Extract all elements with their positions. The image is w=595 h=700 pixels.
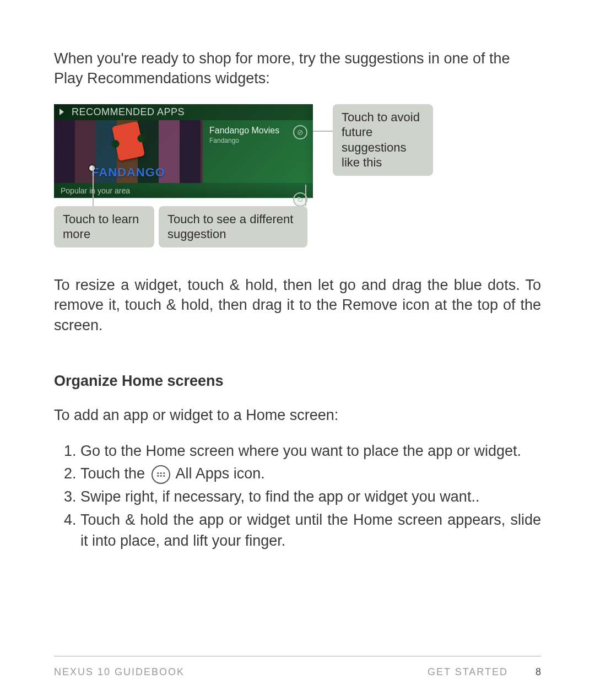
leader-line bbox=[313, 131, 333, 132]
app-title: Fandango Movies bbox=[209, 126, 306, 136]
widget-footer-label: Popular in your area bbox=[61, 186, 130, 195]
widget-header-label: RECOMMENDED APPS bbox=[72, 106, 185, 118]
step-text: All Apps icon. bbox=[176, 465, 265, 482]
touch-point-marker bbox=[89, 165, 95, 171]
step-item: Swipe right, if necessary, to find the a… bbox=[80, 487, 541, 508]
footer-chapter: GET STARTED bbox=[428, 666, 508, 678]
intro-paragraph: When you're ready to shop for more, try … bbox=[54, 49, 541, 89]
leader-line bbox=[93, 166, 94, 206]
app-publisher: Fandango bbox=[209, 137, 306, 144]
step-item: Touch the All Apps icon. bbox=[80, 464, 541, 484]
widget-art[interactable]: FANDANGO bbox=[54, 120, 203, 183]
fandango-logo: FANDANGO bbox=[91, 165, 165, 180]
page-footer: NEXUS 10 GUIDEBOOK GET STARTED 8 bbox=[54, 656, 541, 678]
callout-different-suggestion: Touch to see a different suggestion bbox=[159, 206, 307, 247]
section-intro: To add an app or widget to a Home screen… bbox=[54, 405, 541, 425]
step-item: Go to the Home screen where you want to … bbox=[80, 441, 541, 462]
step-text: Touch the bbox=[80, 465, 149, 482]
steps-list: Go to the Home screen where you want to … bbox=[54, 441, 541, 552]
dismiss-suggestion-icon[interactable]: ⊘ bbox=[293, 125, 307, 139]
fandango-ticket-icon bbox=[112, 121, 145, 161]
callout-avoid-future: Touch to avoid future suggestions like t… bbox=[333, 104, 433, 176]
leader-line bbox=[305, 185, 306, 206]
widget-header: RECOMMENDED APPS bbox=[54, 104, 313, 120]
callout-learn-more: Touch to learn more bbox=[54, 206, 154, 247]
footer-book-title: NEXUS 10 GUIDEBOOK bbox=[54, 666, 185, 678]
play-store-icon bbox=[60, 107, 68, 116]
resize-paragraph: To resize a widget, touch & hold, then l… bbox=[54, 275, 541, 335]
footer-page-number: 8 bbox=[536, 666, 541, 678]
step-item: Touch & hold the app or widget until the… bbox=[80, 510, 541, 552]
section-heading-organize: Organize Home screens bbox=[54, 373, 541, 390]
recommendations-figure: RECOMMENDED APPS FANDANGO Fandango Movie… bbox=[54, 104, 541, 259]
all-apps-icon bbox=[152, 465, 170, 484]
